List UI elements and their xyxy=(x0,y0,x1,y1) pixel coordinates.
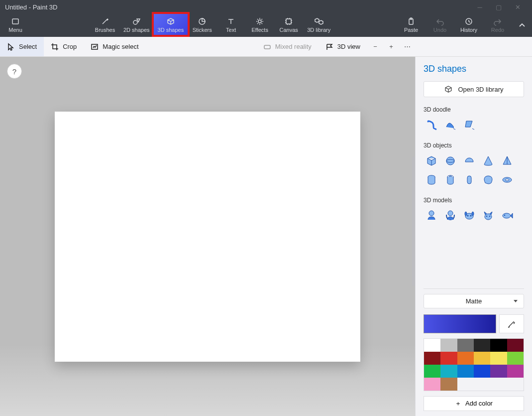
color-swatch[interactable] xyxy=(424,378,440,391)
canvas-area[interactable]: ? xyxy=(0,57,415,416)
tube2-tool[interactable] xyxy=(442,172,458,188)
brushes-tab[interactable]: Brushes xyxy=(91,14,119,37)
color-swatch[interactable] xyxy=(474,352,490,365)
svg-point-19 xyxy=(448,211,453,216)
color-swatch[interactable] xyxy=(490,365,507,378)
color-swatch[interactable] xyxy=(440,365,457,378)
canvas-tab[interactable]: Canvas xyxy=(274,14,303,37)
cylinder-tool[interactable] xyxy=(424,172,439,188)
color-swatch[interactable] xyxy=(424,365,440,378)
man-model-tool[interactable] xyxy=(424,208,439,224)
collapse-ribbon-button[interactable] xyxy=(512,14,532,37)
add-color-button[interactable]: ＋ Add color xyxy=(424,396,524,411)
undo-icon xyxy=(435,17,444,26)
fish-model-tool[interactable] xyxy=(499,208,515,224)
paste-button[interactable]: Paste xyxy=(397,14,426,37)
canvas-label: Canvas xyxy=(280,27,298,33)
cube-tool[interactable] xyxy=(424,153,439,169)
2d-shapes-tab[interactable]: 2D shapes xyxy=(119,14,154,37)
color-swatch[interactable] xyxy=(507,339,524,352)
svg-point-3 xyxy=(258,20,261,23)
title-bar: Untitled - Paint 3D ─ ▢ ✕ xyxy=(0,0,532,14)
maximize-button[interactable]: ▢ xyxy=(489,0,508,14)
doodle-sharp-tool[interactable] xyxy=(442,117,458,133)
color-swatch[interactable] xyxy=(457,339,474,352)
cube-icon xyxy=(166,17,175,26)
sphere-tool[interactable] xyxy=(442,153,458,169)
color-swatch[interactable] xyxy=(440,378,457,391)
curved-cylinder-tool[interactable] xyxy=(480,172,496,188)
3d-view-button[interactable]: 3D view xyxy=(319,37,367,56)
history-button[interactable]: History xyxy=(454,14,483,37)
color-swatch[interactable] xyxy=(457,365,474,378)
color-swatch[interactable] xyxy=(424,352,440,365)
cat-model-tool[interactable] xyxy=(480,208,496,224)
svg-point-26 xyxy=(486,216,487,217)
scrollbar[interactable] xyxy=(412,156,415,286)
plus-icon: ＋ xyxy=(455,399,461,408)
open-3d-library-button[interactable]: Open 3D library xyxy=(424,81,524,97)
close-button[interactable]: ✕ xyxy=(508,0,527,14)
pyramid-tool[interactable] xyxy=(499,153,515,169)
svg-point-29 xyxy=(504,215,505,216)
doodle-soft-tool[interactable] xyxy=(461,117,477,133)
text-tab[interactable]: Text xyxy=(216,14,245,37)
zoom-out-button[interactable]: − xyxy=(367,39,383,55)
color-swatch[interactable] xyxy=(507,352,524,365)
effects-tab[interactable]: Effects xyxy=(245,14,274,37)
svg-rect-0 xyxy=(12,19,18,24)
current-color-swatch[interactable] xyxy=(424,314,496,333)
paste-icon xyxy=(407,17,416,26)
effects-label: Effects xyxy=(251,27,268,33)
main-area: ? 3D shapes Open 3D library 3D doodle 3D… xyxy=(0,57,532,416)
undo-label: Undo xyxy=(433,27,446,33)
color-swatch[interactable] xyxy=(474,365,490,378)
open-library-label: Open 3D library xyxy=(458,86,503,93)
flag-icon xyxy=(325,43,333,51)
mixed-reality-button[interactable]: Mixed reality xyxy=(256,37,319,56)
doodle-tube-tool[interactable] xyxy=(424,117,439,133)
capsule-tool[interactable] xyxy=(461,172,477,188)
cone-tool[interactable] xyxy=(480,153,496,169)
2d-shapes-label: 2D shapes xyxy=(123,27,150,33)
crop-tool[interactable]: Crop xyxy=(44,37,84,56)
select-tool[interactable]: Select xyxy=(0,37,44,56)
svg-point-23 xyxy=(465,212,467,216)
3d-view-label: 3D view xyxy=(337,43,360,50)
3d-shapes-label: 3D shapes xyxy=(158,27,184,33)
eyedropper-button[interactable] xyxy=(499,314,524,333)
color-swatch[interactable] xyxy=(457,352,474,365)
color-swatch[interactable] xyxy=(474,339,490,352)
select-label: Select xyxy=(19,43,37,50)
crop-icon xyxy=(51,43,59,51)
color-swatch[interactable] xyxy=(440,339,457,352)
redo-button[interactable]: Redo xyxy=(483,14,512,37)
color-swatch[interactable] xyxy=(440,352,457,365)
torus-tool[interactable] xyxy=(499,172,515,188)
stickers-tab[interactable]: Stickers xyxy=(188,14,216,37)
menu-button[interactable]: Menu xyxy=(0,14,31,37)
mixed-reality-icon xyxy=(263,43,271,51)
color-swatch[interactable] xyxy=(490,339,507,352)
library-label: 3D library xyxy=(307,27,330,33)
more-button[interactable]: ⋯ xyxy=(399,39,415,55)
3d-library-tab[interactable]: 3D library xyxy=(303,14,334,37)
dog-model-tool[interactable] xyxy=(461,208,477,224)
zoom-in-button[interactable]: + xyxy=(383,39,399,55)
color-swatch[interactable] xyxy=(490,352,507,365)
hemisphere-tool[interactable] xyxy=(461,153,477,169)
magic-select-tool[interactable]: Magic select xyxy=(84,37,145,56)
3d-shapes-tab[interactable]: 3D shapes xyxy=(154,14,188,37)
shapes2d-icon xyxy=(132,17,141,26)
woman-model-tool[interactable] xyxy=(442,208,458,224)
help-button[interactable]: ? xyxy=(7,64,22,79)
color-swatch[interactable] xyxy=(507,365,524,378)
undo-button[interactable]: Undo xyxy=(426,14,454,37)
svg-rect-4 xyxy=(286,19,291,24)
material-select[interactable]: Matte xyxy=(424,294,524,308)
minimize-button[interactable]: ─ xyxy=(470,0,489,14)
magic-select-label: Magic select xyxy=(103,43,138,50)
canvas[interactable] xyxy=(55,112,360,362)
color-swatch[interactable] xyxy=(424,339,440,352)
svg-point-1 xyxy=(133,20,137,24)
